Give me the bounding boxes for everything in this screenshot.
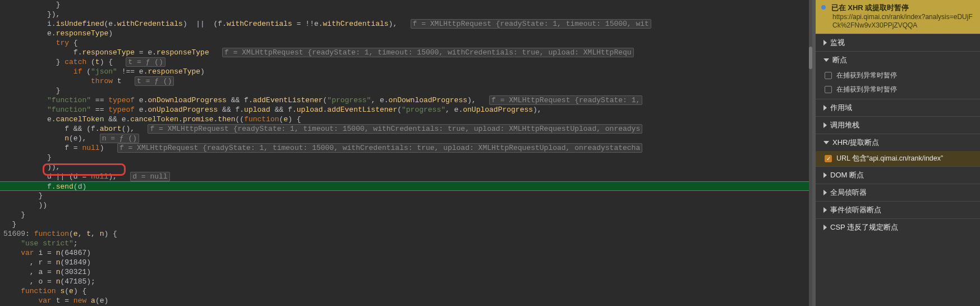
section-event-breakpoints[interactable]: 事件侦听器断点	[816, 201, 980, 218]
code-line[interactable]: f = null) f = XMLHttpRequest {readyState…	[3, 143, 812, 153]
code-line[interactable]: }	[3, 153, 812, 162]
code-line[interactable]: "function" == typeof e.onDownloadProgres…	[3, 95, 812, 105]
code-line[interactable]: 51609: function(e, t, n) {	[3, 229, 812, 239]
code-line[interactable]: var t = new a(e)	[3, 296, 812, 305]
checkbox-unchecked-icon[interactable]	[825, 72, 832, 79]
section-scope-label: 作用域	[830, 103, 852, 113]
section-breakpoints-label: 断点	[832, 55, 847, 65]
pause-banner: 已在 XHR 或提取时暂停 https://api.qimai.cn/rank/…	[816, 0, 980, 34]
checkbox-checked-icon[interactable]	[825, 155, 832, 162]
code-line[interactable]: d || (d = null), d = null	[3, 172, 812, 181]
code-line[interactable]: n(e), n = ƒ ()	[3, 134, 812, 143]
xhr-breakpoint-label: URL 包含“api.qimai.cn/rank/index”	[836, 154, 943, 163]
chevron-right-icon	[823, 105, 827, 111]
section-dom-label: DOM 断点	[830, 170, 864, 180]
code-line[interactable]: )),	[3, 162, 812, 172]
chevron-right-icon	[823, 122, 827, 128]
code-line[interactable]: ))	[3, 200, 812, 210]
section-csp-breakpoints[interactable]: CSP 违反了规定断点	[816, 218, 980, 236]
bp-pause-on-uncaught-label: 在捕获到异常时暂停	[836, 85, 897, 94]
chevron-right-icon	[823, 207, 827, 213]
chevron-down-icon	[823, 58, 829, 62]
code-line[interactable]: e.cancelToken && e.cancelToken.promise.t…	[3, 115, 812, 124]
chevron-right-icon	[823, 172, 827, 178]
code-line[interactable]: , a = n(30321)	[3, 267, 812, 277]
code-line[interactable]: , o = n(47185);	[3, 277, 812, 286]
chevron-right-icon	[823, 225, 827, 230]
section-breakpoints[interactable]: 断点	[816, 51, 980, 68]
code-line[interactable]: , r = n(91849)	[3, 258, 812, 267]
code-line[interactable]: try {	[3, 38, 812, 48]
pause-url[interactable]: https://api.qimai.cn/rank/index?analysis…	[821, 13, 974, 30]
code-line[interactable]: if ("json" !== e.responseType)	[3, 67, 812, 76]
checkbox-unchecked-icon[interactable]	[825, 86, 832, 93]
code-line[interactable]: e.responseType)	[3, 29, 812, 38]
code-line[interactable]: "function" == typeof e.onUploadProgress …	[3, 105, 812, 115]
chevron-down-icon	[823, 141, 829, 144]
bp-pause-on-uncaught[interactable]: 在捕获到异常时暂停	[816, 83, 980, 99]
code-line[interactable]: }	[3, 220, 812, 229]
section-callstack[interactable]: 调用堆栈	[816, 116, 980, 134]
section-callstack-label: 调用堆栈	[830, 120, 859, 130]
code-line[interactable]: "use strict";	[3, 239, 812, 248]
code-content[interactable]: } }), i.isUndefined(e.withCredentials) |…	[0, 0, 812, 305]
code-line[interactable]: i.isUndefined(e.withCredentials) || (f.w…	[3, 19, 812, 29]
chevron-right-icon	[823, 190, 827, 195]
code-line[interactable]: } catch (t) { t = ƒ ()	[3, 57, 812, 67]
section-dom-breakpoints[interactable]: DOM 断点	[816, 166, 980, 184]
section-watch[interactable]: 监视	[816, 34, 980, 51]
code-scrollbar[interactable]	[809, 0, 812, 306]
code-line[interactable]: var i = n(64867)	[3, 248, 812, 258]
code-line[interactable]: function s(e) {	[3, 286, 812, 296]
code-line[interactable]: }	[3, 86, 812, 95]
xhr-breakpoint-item[interactable]: URL 包含“api.qimai.cn/rank/index”	[816, 151, 980, 166]
code-line[interactable]: f && (f.abort(), f = XMLHttpRequest {rea…	[3, 124, 812, 134]
code-line[interactable]: f.send(d)	[0, 181, 812, 191]
code-line[interactable]: throw t t = ƒ ()	[3, 76, 812, 86]
pause-status-dot-icon	[821, 5, 826, 10]
code-line[interactable]: }	[3, 191, 812, 200]
code-line[interactable]: }	[3, 210, 812, 220]
pause-title: 已在 XHR 或提取时暂停	[831, 3, 909, 12]
bp-pause-on-caught-label: 在捕获到异常时暂停	[836, 71, 897, 80]
section-watch-label: 监视	[830, 38, 845, 48]
section-scope[interactable]: 作用域	[816, 99, 980, 116]
section-xhr-label: XHR/提取断点	[832, 138, 879, 148]
source-code-panel[interactable]: } }), i.isUndefined(e.withCredentials) |…	[0, 0, 816, 306]
section-xhr-breakpoints[interactable]: XHR/提取断点	[816, 134, 980, 151]
section-csp-label: CSP 违反了规定断点	[830, 222, 898, 232]
chevron-right-icon	[823, 40, 827, 45]
debugger-sidebar: 已在 XHR 或提取时暂停 https://api.qimai.cn/rank/…	[816, 0, 980, 306]
code-line[interactable]: }	[3, 0, 812, 10]
section-event-label: 事件侦听器断点	[830, 205, 881, 215]
bp-pause-on-caught[interactable]: 在捕获到异常时暂停	[816, 68, 980, 83]
code-line[interactable]: }),	[3, 10, 812, 19]
code-line[interactable]: f.responseType = e.responseType f = XMLH…	[3, 48, 812, 57]
section-global-label: 全局侦听器	[830, 188, 867, 198]
section-global-listeners[interactable]: 全局侦听器	[816, 184, 980, 201]
